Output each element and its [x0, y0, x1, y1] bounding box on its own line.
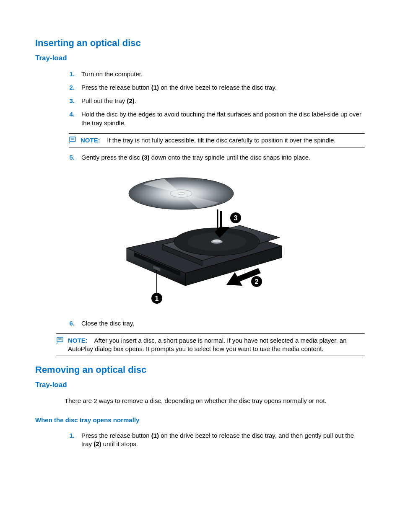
step-item: 1. Turn on the computer. [65, 67, 365, 81]
step-text: Pull out the tray [81, 97, 127, 104]
step-number: 1. [65, 431, 75, 440]
heading-removing-disc: Removing an optical disc [35, 364, 365, 376]
subsubheading-normal-open: When the disc tray opens normally [35, 416, 365, 424]
step-item: 1. Press the release button (1) on the d… [65, 429, 365, 451]
step-bold: (2) [94, 440, 101, 447]
step-text: Turn on the computer. [81, 70, 143, 77]
step-bold: (2) [127, 97, 134, 104]
note-label: NOTE: [68, 337, 88, 344]
step-number: 3. [65, 97, 75, 105]
note-text: After you insert a disc, a short pause i… [68, 337, 347, 352]
steps-list-remove: 1. Press the release button (1) on the d… [65, 429, 365, 451]
callout-1: 1 [155, 295, 159, 302]
step-bold: (3) [142, 154, 149, 161]
heading-inserting-disc: Inserting an optical disc [35, 37, 365, 49]
step-number: 1. [65, 70, 75, 78]
step-text: until it stops. [101, 440, 138, 447]
note-icon [56, 336, 65, 344]
note-box: NOTE: If the tray is not fully accessibl… [69, 133, 365, 147]
step-text: Press the release button [81, 84, 151, 91]
step-text: . [135, 97, 136, 104]
note-label: NOTE: [81, 137, 100, 144]
step-bold: (1) [151, 432, 159, 439]
step-item: 4. Hold the disc by the edges to avoid t… [65, 108, 365, 130]
step-number: 2. [65, 83, 75, 92]
step-text: on the drive bezel to release the disc t… [159, 84, 277, 91]
note-icon [69, 136, 77, 144]
note-box: NOTE: After you insert a disc, a short p… [56, 333, 365, 356]
subheading-tray-load-1: Tray-load [35, 54, 365, 63]
step-text: Close the disc tray. [81, 320, 134, 327]
step-item: 6. Close the disc tray. [65, 317, 365, 330]
step-number: 4. [65, 110, 75, 119]
note-text [89, 337, 94, 344]
step-number: 6. [65, 319, 75, 328]
steps-list-insert-cont: 5. Gently press the disc (3) down onto t… [65, 151, 365, 164]
step-number: 5. [65, 153, 75, 162]
callout-2: 2 [255, 278, 259, 285]
step-text: Hold the disc by the edges to avoid touc… [81, 111, 361, 126]
svg-point-10 [213, 240, 221, 243]
step-item: 2. Press the release button (1) on the d… [65, 81, 365, 94]
note-text [102, 137, 107, 144]
step-text: Gently press the disc [81, 154, 142, 161]
steps-list-insert: 1. Turn on the computer. 2. Press the re… [65, 67, 365, 130]
step-bold: (1) [151, 84, 159, 91]
illustration-disc-tray: 3 2 1 [35, 173, 365, 309]
step-text: down onto the tray spindle until the dis… [150, 154, 311, 161]
step-text: Press the release button [81, 432, 151, 439]
step-item: 3. Pull out the tray (2). [65, 94, 365, 108]
note-text: If the tray is not fully accessible, til… [107, 137, 335, 144]
callout-3: 3 [234, 214, 238, 222]
step-item: 5. Gently press the disc (3) down onto t… [65, 151, 365, 164]
steps-list-insert-end: 6. Close the disc tray. [65, 317, 365, 330]
intro-paragraph: There are 2 ways to remove a disc, depen… [65, 394, 365, 408]
subheading-tray-load-2: Tray-load [35, 380, 365, 390]
